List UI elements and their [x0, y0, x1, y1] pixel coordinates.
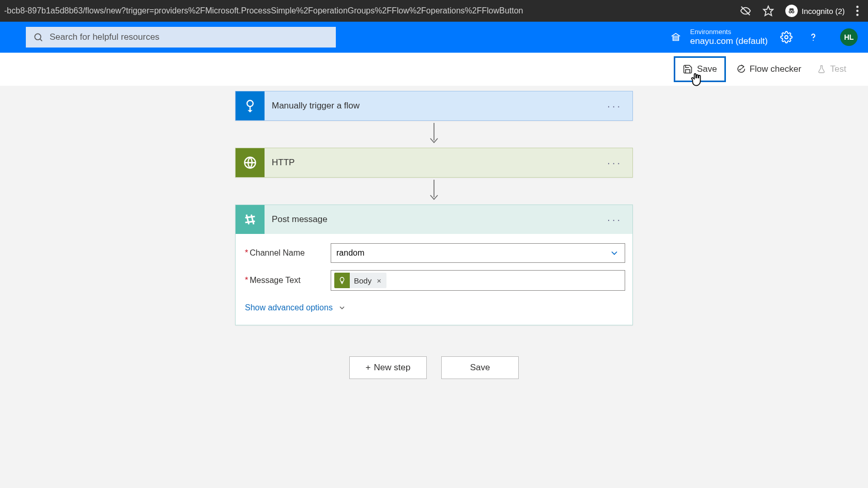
svg-line-8 [40, 39, 42, 41]
token-remove-icon[interactable]: × [376, 276, 386, 285]
test-button[interactable]: Test [811, 59, 853, 80]
body-token[interactable]: Body × [334, 273, 386, 288]
star-icon[interactable] [763, 5, 774, 17]
post-message-title: Post message [265, 214, 607, 225]
incognito-icon [785, 5, 798, 17]
environment-value: enayu.com (default) [690, 36, 768, 46]
environment-icon [668, 29, 684, 45]
svg-rect-9 [673, 36, 678, 40]
save-button-bottom[interactable]: Save [441, 356, 519, 379]
environment-label: Environments [690, 28, 768, 36]
save-label: Save [470, 363, 490, 373]
save-icon [683, 64, 693, 74]
svg-point-3 [792, 11, 794, 13]
avatar[interactable]: HL [840, 28, 858, 46]
trigger-title: Manually trigger a flow [265, 101, 607, 111]
svg-point-14 [247, 101, 253, 107]
search-input[interactable]: Search for helpful resources [26, 27, 336, 48]
incognito-label: Incognito (2) [802, 7, 845, 15]
svg-point-4 [856, 6, 858, 8]
message-text-label: *Message Text [243, 276, 331, 285]
plus-icon: + [366, 363, 371, 373]
svg-point-12 [785, 36, 788, 39]
save-button-label: Save [697, 64, 717, 74]
message-text-input[interactable]: Body × [331, 270, 625, 291]
settings-icon[interactable] [778, 29, 795, 45]
chevron-down-icon [338, 304, 346, 312]
connector-arrow-icon[interactable] [428, 121, 440, 148]
chevron-down-icon [609, 248, 619, 258]
http-card[interactable]: HTTP ··· [235, 148, 633, 178]
svg-point-13 [813, 40, 814, 41]
svg-point-7 [35, 34, 41, 40]
flow-checker-button[interactable]: Flow checker [729, 59, 808, 80]
lightbulb-icon [334, 273, 350, 288]
svg-point-6 [856, 14, 858, 16]
flow-checker-label: Flow checker [750, 64, 801, 74]
designer-toolbar: Save Flow checker Test [0, 53, 868, 86]
browser-chrome: -bcb8-897b1a5d8b63/flows/new?trigger=pro… [0, 0, 868, 22]
svg-marker-1 [763, 6, 772, 15]
flow-checker-icon [735, 64, 746, 74]
trigger-icon [236, 91, 265, 120]
save-button[interactable]: Save [674, 56, 726, 82]
app-header: Search for helpful resources Environment… [0, 22, 868, 53]
new-step-label: New step [374, 363, 411, 373]
trigger-card[interactable]: Manually trigger a flow ··· [235, 91, 633, 121]
help-icon[interactable] [805, 29, 822, 45]
flask-icon [817, 64, 826, 74]
flow-canvas: Manually trigger a flow ··· HTTP ··· [0, 86, 868, 379]
slack-icon [236, 205, 265, 234]
http-title: HTTP [265, 158, 607, 168]
no-tracking-icon[interactable] [740, 5, 751, 17]
svg-point-2 [789, 11, 791, 13]
test-label: Test [830, 64, 846, 74]
incognito-chip[interactable]: Incognito (2) [785, 5, 845, 17]
show-advanced-options[interactable]: Show advanced options [243, 303, 346, 312]
post-message-body: *Channel Name random *Message Text [236, 234, 632, 325]
post-message-card[interactable]: Post message ··· *Channel Name random [235, 204, 633, 325]
channel-name-label: *Channel Name [243, 248, 331, 258]
environment-picker[interactable]: Environments enayu.com (default) [668, 28, 768, 46]
channel-name-value: random [336, 248, 364, 258]
search-icon [33, 32, 43, 42]
connector-arrow-icon[interactable] [428, 178, 440, 204]
new-step-button[interactable]: + New step [349, 356, 427, 379]
http-icon [236, 148, 265, 177]
search-placeholder: Search for helpful resources [50, 32, 160, 42]
channel-name-select[interactable]: random [331, 243, 625, 263]
browser-menu-icon[interactable] [856, 6, 859, 16]
token-label: Body [350, 276, 376, 285]
address-bar-url: -bcb8-897b1a5d8b63/flows/new?trigger=pro… [4, 6, 736, 15]
svg-point-5 [856, 10, 858, 12]
